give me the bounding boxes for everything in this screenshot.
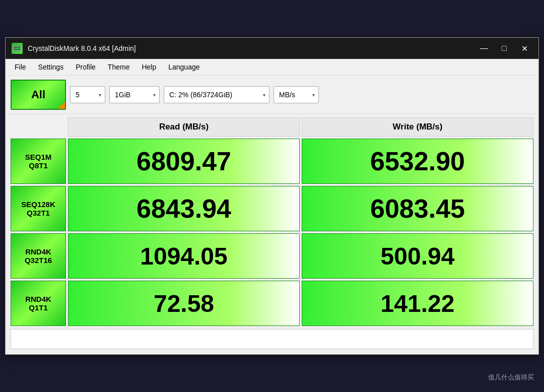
- all-button[interactable]: All: [11, 80, 66, 110]
- write-result-3[interactable]: 141.22: [302, 281, 533, 326]
- read-result-1[interactable]: 6843.94: [68, 186, 300, 231]
- window-title: CrystalDiskMark 8.0.4 x64 [Admin]: [28, 44, 476, 52]
- menu-item-theme[interactable]: Theme: [103, 61, 135, 73]
- toolbar: All 123456789 ▾ 16MiB32MiB64MiB128MiB256…: [6, 76, 538, 114]
- read-result-0[interactable]: 6809.47: [68, 139, 300, 184]
- row-label-1[interactable]: SEQ128K Q32T1: [11, 186, 66, 231]
- write-result-1[interactable]: 6083.45: [302, 186, 533, 231]
- header-empty-cell: [11, 117, 66, 137]
- row-label-0-line1: SEQ1M: [25, 153, 52, 161]
- menu-bar: FileSettingsProfileThemeHelpLanguage: [6, 59, 538, 76]
- menu-item-profile[interactable]: Profile: [71, 61, 101, 73]
- write-result-2[interactable]: 500.94: [302, 233, 533, 279]
- minimize-button[interactable]: —: [476, 42, 492, 55]
- write-result-0[interactable]: 6532.90: [302, 139, 533, 184]
- maximize-button[interactable]: □: [496, 42, 512, 55]
- unit-select-wrapper: MB/sGB/sIOPSμs ▾: [274, 86, 319, 103]
- main-content: Read (MB/s) Write (MB/s) SEQ1M Q8T1 6809…: [6, 114, 538, 354]
- window-controls: — □ ✕: [476, 42, 532, 55]
- results-grid: Read (MB/s) Write (MB/s) SEQ1M Q8T1 6809…: [11, 117, 533, 326]
- menu-item-help[interactable]: Help: [137, 61, 161, 73]
- close-button[interactable]: ✕: [516, 42, 532, 55]
- menu-item-settings[interactable]: Settings: [33, 61, 69, 73]
- write-header: Write (MB/s): [302, 117, 533, 137]
- main-window: CrystalDiskMark 8.0.4 x64 [Admin] — □ ✕ …: [5, 37, 539, 355]
- svg-rect-2: [15, 47, 19, 49]
- read-result-3[interactable]: 72.58: [68, 281, 300, 326]
- menu-item-file[interactable]: File: [10, 61, 31, 73]
- row-label-0-line2: Q8T1: [29, 161, 48, 170]
- count-select[interactable]: 123456789: [70, 86, 105, 103]
- title-bar: CrystalDiskMark 8.0.4 x64 [Admin] — □ ✕: [6, 38, 538, 59]
- count-select-wrapper: 123456789 ▾: [70, 86, 105, 103]
- read-result-2[interactable]: 1094.05: [68, 233, 300, 279]
- unit-select[interactable]: MB/sGB/sIOPSμs: [274, 86, 319, 103]
- size-select[interactable]: 16MiB32MiB64MiB128MiB256MiB512MiB1GiB2Gi…: [109, 86, 160, 103]
- row-label-3-line1: RND4K: [25, 295, 51, 303]
- drive-select[interactable]: C: 2% (86/3724GiB): [164, 86, 269, 103]
- row-label-2[interactable]: RND4K Q32T16: [11, 233, 66, 279]
- app-icon: [12, 43, 23, 54]
- status-bar: [11, 329, 533, 349]
- watermark: 值几什么值得买: [488, 373, 534, 382]
- row-label-2-line2: Q32T16: [25, 256, 52, 265]
- menu-item-language[interactable]: Language: [163, 61, 205, 73]
- row-label-1-line2: Q32T1: [27, 209, 50, 217]
- row-label-3-line2: Q1T1: [29, 303, 48, 312]
- drive-select-wrapper: C: 2% (86/3724GiB) ▾: [164, 86, 269, 103]
- size-select-wrapper: 16MiB32MiB64MiB128MiB256MiB512MiB1GiB2Gi…: [109, 86, 160, 103]
- row-label-1-line1: SEQ128K: [21, 200, 55, 209]
- row-label-2-line1: RND4K: [25, 247, 51, 256]
- read-header: Read (MB/s): [68, 117, 300, 137]
- row-label-0[interactable]: SEQ1M Q8T1: [11, 139, 66, 184]
- row-label-3[interactable]: RND4K Q1T1: [11, 281, 66, 326]
